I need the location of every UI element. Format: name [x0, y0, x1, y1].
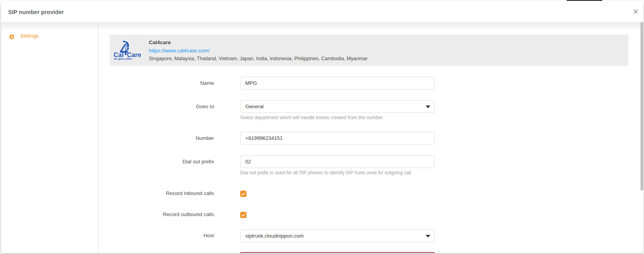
svg-text:ne plus ultra: ne plus ultra — [114, 57, 132, 61]
